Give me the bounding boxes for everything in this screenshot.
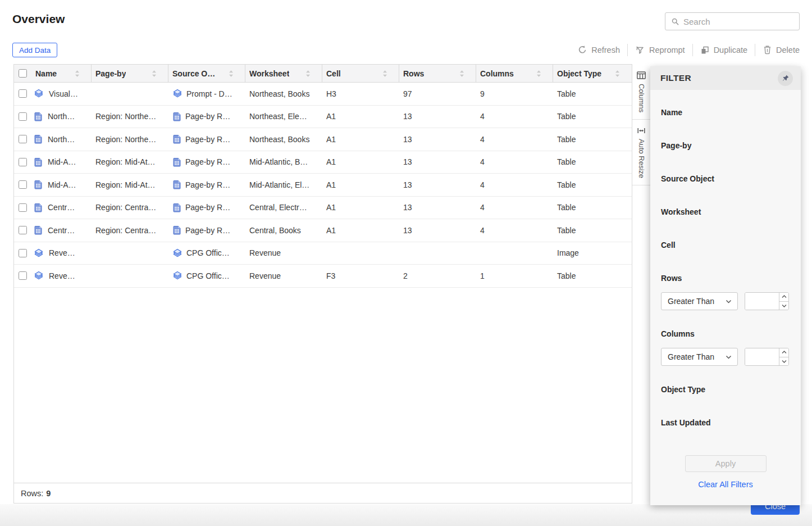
apply-button[interactable]: Apply xyxy=(685,455,767,472)
cell-columns: 9 xyxy=(476,89,553,98)
side-tab-auto-resize[interactable]: Auto Resize xyxy=(632,120,650,185)
filter-section-worksheet[interactable]: Worksheet xyxy=(661,207,790,217)
reprompt-button[interactable]: Reprompt xyxy=(635,45,685,55)
cell-columns-text: 9 xyxy=(480,89,485,98)
table-row[interactable]: Mid-A…Region: Mid-At…Page-by R…Mid-Atlan… xyxy=(14,174,632,197)
row-checkbox[interactable] xyxy=(19,89,27,98)
cell-source-object-text: Page-by R… xyxy=(185,135,230,144)
side-tab-columns[interactable]: Columns xyxy=(632,64,650,120)
cell-columns-text: 4 xyxy=(480,180,485,189)
table-row[interactable]: Centr…Region: Centra…Page-by R…Central, … xyxy=(14,197,632,220)
search-input[interactable] xyxy=(683,17,795,26)
dossier-icon xyxy=(172,89,183,98)
grid-report-icon xyxy=(34,134,43,144)
table-row[interactable]: Visual…Prompt - D…Northeast, BooksH3979T… xyxy=(14,83,632,106)
chevron-down-icon xyxy=(726,355,732,359)
table-row[interactable]: Mid-A…Region: Mid-At…Page-by R…Mid-Atlan… xyxy=(14,151,632,174)
objects-table: NamePage-bySource O…WorksheetCellRowsCol… xyxy=(13,64,632,504)
columns-spin-up-icon[interactable] xyxy=(779,348,788,357)
cell-rows-text: 13 xyxy=(403,157,412,166)
cell-page-by: Region: Mid-At… xyxy=(92,157,168,166)
row-checkbox[interactable] xyxy=(19,271,27,280)
search-box[interactable] xyxy=(665,12,800,30)
cell-columns: 4 xyxy=(476,180,553,189)
cell-source-object: Page-by R… xyxy=(168,134,245,144)
cell-cell: A1 xyxy=(322,112,399,121)
add-data-button[interactable]: Add Data xyxy=(12,43,57,57)
column-header-object-type[interactable]: Object Type xyxy=(553,65,632,82)
row-checkbox[interactable] xyxy=(19,135,27,143)
toolbar-action-label: Reprompt xyxy=(649,46,685,55)
filter-section-last-updated[interactable]: Last Updated xyxy=(661,418,790,428)
cell-object-type: Table xyxy=(553,157,632,166)
table-row[interactable]: Reve…CPG Offic…RevenueF321Table xyxy=(14,265,632,288)
toolbar-action-label: Refresh xyxy=(591,46,620,55)
select-all-checkbox[interactable] xyxy=(19,69,27,78)
column-header-worksheet[interactable]: Worksheet xyxy=(245,65,322,82)
cell-rows: 13 xyxy=(399,157,476,166)
cell-worksheet: Revenue xyxy=(245,248,322,257)
cell-rows: 13 xyxy=(399,112,476,121)
filter-section-page-by[interactable]: Page-by xyxy=(661,141,790,151)
cell-object-type: Table xyxy=(553,89,632,98)
filter-title: FILTER xyxy=(660,73,691,83)
row-checkbox[interactable] xyxy=(19,112,27,121)
filter-section-object-type[interactable]: Object Type xyxy=(661,385,790,394)
cell-page-by-text: Region: Mid-At… xyxy=(95,157,156,166)
table-row[interactable]: Reve…CPG Offic…RevenueImage xyxy=(14,242,632,265)
row-checkbox[interactable] xyxy=(19,249,27,257)
filter-section-cell[interactable]: Cell xyxy=(661,241,790,250)
row-checkbox[interactable] xyxy=(19,203,27,212)
rows-operator-select[interactable]: Greater Than xyxy=(661,292,738,310)
column-header-page-by[interactable]: Page-by xyxy=(92,65,168,82)
clear-all-filters-link[interactable]: Clear All Filters xyxy=(661,480,790,489)
refresh-button[interactable]: Refresh xyxy=(577,45,620,55)
pin-button[interactable] xyxy=(778,71,793,86)
cell-object-type-text: Image xyxy=(557,248,579,257)
cell-worksheet: Northeast, Books xyxy=(245,135,322,144)
columns-operator-select[interactable]: Greater Than xyxy=(661,348,738,366)
columns-spin-down-icon[interactable] xyxy=(779,357,788,366)
rows-spin-down-icon[interactable] xyxy=(779,302,788,310)
refresh-icon xyxy=(577,45,587,55)
reprompt-icon xyxy=(635,45,645,55)
cell-cell: H3 xyxy=(322,89,399,98)
delete-button[interactable]: Delete xyxy=(763,45,800,55)
grid-report-icon xyxy=(172,112,181,121)
cell-page-by: Region: Northe… xyxy=(92,135,168,144)
column-header-source-o[interactable]: Source O… xyxy=(168,65,245,82)
cell-cell-text: A1 xyxy=(326,112,336,121)
cell-worksheet-text: Northeast, Books xyxy=(249,135,309,144)
cell-cell-text: A1 xyxy=(326,226,336,235)
grid-report-icon xyxy=(34,203,43,212)
cell-page-by-text: Region: Mid-At… xyxy=(95,180,156,189)
table-row[interactable]: North…Region: Northe…Page-by R…Northeast… xyxy=(14,128,632,151)
sort-arrows-icon xyxy=(71,70,80,78)
delete-icon xyxy=(763,45,772,55)
rows-value-input[interactable] xyxy=(745,293,779,310)
cell-worksheet: Northeast, Ele… xyxy=(245,112,322,121)
column-header-columns[interactable]: Columns xyxy=(476,65,553,82)
sort-arrows-icon xyxy=(532,70,542,78)
table-row[interactable]: North…Region: Northe…Page-by R…Northeast… xyxy=(14,106,632,129)
rows-spin-up-icon[interactable] xyxy=(779,293,788,302)
toolbar-separator xyxy=(627,44,628,56)
table-row[interactable]: Centr…Region: Centra…Page-by R…Central, … xyxy=(14,219,632,242)
filter-section-name[interactable]: Name xyxy=(661,108,790,117)
row-checkbox[interactable] xyxy=(19,180,27,189)
row-checkbox[interactable] xyxy=(19,158,27,166)
column-header-rows[interactable]: Rows xyxy=(399,65,476,82)
column-header-cell[interactable]: Cell xyxy=(322,65,399,82)
dossier-icon xyxy=(172,271,183,280)
cell-source-object-text: Page-by R… xyxy=(185,203,230,212)
cell-source-object: CPG Offic… xyxy=(168,271,245,280)
duplicate-button[interactable]: Duplicate xyxy=(700,46,747,55)
filter-section-source-object[interactable]: Source Object xyxy=(661,174,790,184)
row-checkbox[interactable] xyxy=(19,226,27,234)
column-header-name[interactable]: Name xyxy=(31,65,92,82)
cell-columns-text: 4 xyxy=(480,157,485,166)
auto-resize-icon xyxy=(637,126,646,135)
cell-page-by: Region: Northe… xyxy=(92,112,168,121)
filter-body: NamePage-bySource ObjectWorksheetCell Ro… xyxy=(650,90,801,489)
columns-value-input[interactable] xyxy=(745,348,779,365)
